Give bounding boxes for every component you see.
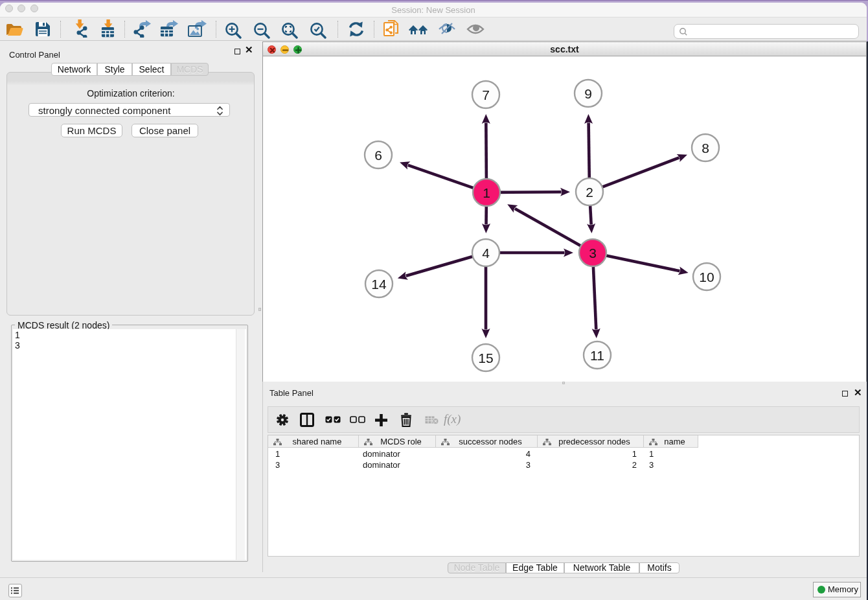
svg-text:6: 6 (374, 148, 382, 163)
svg-text:7: 7 (482, 87, 490, 102)
svg-text:4: 4 (482, 246, 490, 260)
svg-text:8: 8 (702, 141, 709, 156)
svg-text:3: 3 (589, 246, 597, 260)
svg-text:9: 9 (584, 86, 592, 101)
svg-text:15: 15 (478, 351, 493, 365)
svg-text:1: 1 (483, 185, 490, 200)
svg-text:10: 10 (699, 270, 714, 284)
svg-text:11: 11 (590, 348, 604, 363)
svg-text:2: 2 (586, 185, 593, 200)
svg-text:14: 14 (371, 277, 387, 292)
